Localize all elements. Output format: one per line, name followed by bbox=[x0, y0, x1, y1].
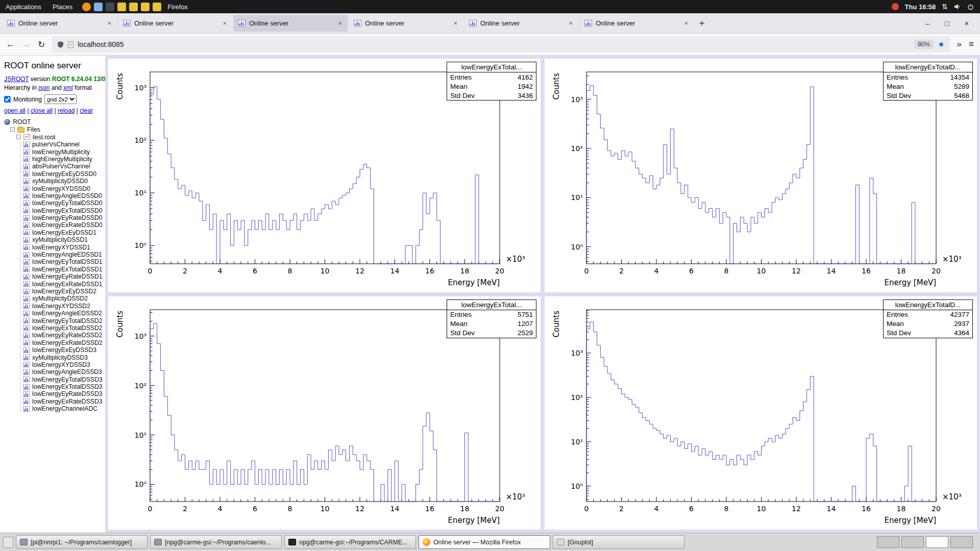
tree-item[interactable]: absPulserVsChannel bbox=[23, 163, 103, 170]
link-reload[interactable]: reload bbox=[58, 107, 75, 114]
tree-node-root[interactable]: ROOT bbox=[4, 118, 103, 126]
tree-item[interactable]: xyMultiplicityDSSD0 bbox=[23, 178, 103, 185]
network-arrows-icon[interactable]: ⇅ bbox=[942, 3, 948, 11]
tab-close-icon[interactable]: × bbox=[222, 19, 228, 27]
tree-item[interactable]: lowEnergyXYDSSD1 bbox=[23, 243, 103, 251]
tree-item[interactable]: lowEnergyChannelADC bbox=[23, 405, 103, 412]
volume-icon[interactable] bbox=[954, 4, 961, 10]
tree-item[interactable]: lowEnergyEyTotalDSSD3 bbox=[23, 376, 103, 383]
link-clear[interactable]: clear bbox=[80, 107, 93, 114]
tree-item[interactable]: lowEnergyXYDSSD0 bbox=[23, 185, 103, 192]
tab[interactable]: Online server× bbox=[233, 15, 348, 32]
tree-item[interactable]: lowEnergyAngleEDSSD0 bbox=[23, 192, 103, 199]
forward-button[interactable]: → bbox=[22, 39, 31, 49]
stats-box[interactable]: lowEnergyExTotal... Entries4162 Mean1942… bbox=[447, 62, 536, 101]
clock[interactable]: Thu 16:58 bbox=[905, 3, 936, 11]
tab-close-icon[interactable]: × bbox=[452, 19, 458, 27]
tree-item[interactable]: lowEnergyExEyDSSD3 bbox=[23, 346, 103, 354]
tree-item[interactable]: lowEnergyXYDSSD3 bbox=[23, 361, 103, 368]
modelica-app-icon-1[interactable] bbox=[117, 3, 126, 11]
tree-item[interactable]: xyMultiplicityDSSD1 bbox=[23, 236, 103, 243]
tree-item[interactable]: lowEnergyEyRateDSSD0 bbox=[23, 214, 103, 221]
collapse-icon[interactable]: - bbox=[16, 135, 21, 139]
url-text[interactable]: localhost:8085 bbox=[78, 40, 910, 48]
stats-box[interactable]: lowEnergyExTotalD... Entries14354 Mean52… bbox=[883, 62, 973, 101]
close-button[interactable]: × bbox=[965, 19, 969, 28]
taskbar-button[interactable]: npg@carme-gsi:~/Programs/CARME... bbox=[284, 535, 416, 549]
tab-close-icon[interactable]: × bbox=[106, 19, 112, 27]
tree-item[interactable]: lowEnergyAngleEDSSD3 bbox=[23, 368, 103, 375]
modelica-app-icon-2[interactable] bbox=[129, 3, 138, 11]
modelica-app-icon-4[interactable] bbox=[153, 3, 161, 11]
xml-link[interactable]: xml bbox=[63, 84, 73, 91]
tab[interactable]: Online server× bbox=[118, 15, 232, 32]
workspace-cell[interactable] bbox=[950, 536, 973, 548]
tab[interactable]: Online server× bbox=[3, 15, 117, 32]
tree-item[interactable]: lowEnergyExRateDSSD3 bbox=[23, 398, 103, 405]
stats-box[interactable]: lowEnergyExTotal... Entries5751 Mean1207… bbox=[447, 299, 536, 338]
new-tab-button[interactable]: + bbox=[694, 16, 709, 31]
workspace-cell[interactable] bbox=[926, 536, 948, 548]
power-icon[interactable] bbox=[967, 4, 974, 10]
tree-item[interactable]: lowEnergyEyRateDSSD2 bbox=[23, 332, 103, 339]
modelica-app-icon-3[interactable] bbox=[141, 3, 150, 11]
places-menu[interactable]: Places bbox=[47, 0, 78, 13]
taskbar-button[interactable]: [npg@carme-gsi:~/Programs/caenlo... bbox=[150, 535, 282, 549]
tree-item[interactable]: lowEnergyEyRateDSSD3 bbox=[23, 390, 103, 397]
tree-item[interactable]: lowEnergyEyTotalDSSD2 bbox=[23, 317, 103, 324]
reload-button[interactable]: ↻ bbox=[38, 39, 45, 50]
tab[interactable]: Online server× bbox=[464, 15, 578, 32]
tree-node-file[interactable]: - test.root bbox=[16, 133, 103, 141]
link-open-all[interactable]: open all bbox=[4, 107, 26, 114]
tree-item[interactable]: lowEnergyAngleEDSSD1 bbox=[23, 251, 103, 258]
tree-item[interactable]: lowEnergyExTotalDSSD0 bbox=[23, 207, 103, 214]
histogram-pad[interactable]: 0246810121416182010⁰10¹10²10³CountsEnerg… bbox=[108, 59, 541, 292]
overflow-chevron-icon[interactable]: » bbox=[957, 39, 962, 49]
tree-item[interactable]: lowEnergyExTotalDSSD3 bbox=[23, 383, 103, 390]
histogram-pad[interactable]: 0246810121416182010⁰10¹10²10³CountsEnerg… bbox=[545, 59, 977, 292]
taskbar-button[interactable]: [pi@nnrpi1: ~/Programs/caenlogger] bbox=[16, 535, 148, 549]
tree-item[interactable]: lowEnergyExEyDSSD1 bbox=[23, 229, 103, 236]
tree-item[interactable]: pulserVsChannel bbox=[23, 141, 103, 148]
zoom-level-badge[interactable]: 80% bbox=[914, 40, 934, 49]
minimize-button[interactable]: – bbox=[926, 19, 930, 28]
files-launcher-icon[interactable] bbox=[94, 3, 103, 11]
grid-layout-select[interactable]: grid 2x2 bbox=[44, 94, 77, 104]
tree-item[interactable]: lowEnergyMultiplicity bbox=[23, 148, 103, 155]
maximize-button[interactable]: □ bbox=[945, 19, 949, 28]
histogram-pad[interactable]: 0246810121416182010⁰10¹10²10³CountsEnerg… bbox=[108, 296, 541, 530]
tree-item[interactable]: lowEnergyExEyDSSD2 bbox=[23, 288, 103, 295]
tree-item[interactable]: lowEnergyExRateDSSD2 bbox=[23, 339, 103, 346]
tree-item[interactable]: lowEnergyExRateDSSD1 bbox=[23, 280, 103, 287]
tree-item[interactable]: lowEnergyXYDSSD2 bbox=[23, 303, 103, 310]
tab-close-icon[interactable]: × bbox=[683, 19, 689, 27]
tree-item[interactable]: xyMultiplicityDSSD3 bbox=[23, 354, 103, 361]
tree-item[interactable]: lowEnergyExEyDSSD0 bbox=[23, 170, 103, 178]
tree-item[interactable]: lowEnergyExRateDSSD0 bbox=[23, 221, 103, 229]
tree-item[interactable]: lowEnergyEyRateDSSD1 bbox=[23, 273, 103, 280]
collapse-icon[interactable]: - bbox=[10, 127, 15, 132]
link-close-all[interactable]: close all bbox=[31, 107, 53, 114]
show-desktop-button[interactable] bbox=[3, 537, 13, 548]
bookmark-star-icon[interactable]: ★ bbox=[938, 40, 944, 49]
tab-close-icon[interactable]: × bbox=[568, 19, 574, 27]
applications-menu[interactable]: Applications bbox=[0, 0, 47, 13]
tab-close-icon[interactable]: × bbox=[337, 19, 343, 27]
shield-icon[interactable] bbox=[57, 41, 64, 48]
tab[interactable]: Online server× bbox=[349, 15, 463, 32]
tab[interactable]: Online server× bbox=[579, 15, 694, 32]
hamburger-menu-icon[interactable]: ≡ bbox=[969, 39, 974, 49]
monitoring-checkbox[interactable] bbox=[4, 96, 11, 103]
tree-item[interactable]: lowEnergyAngleEDSSD2 bbox=[23, 310, 103, 317]
url-bar[interactable]: localhost:8085 80% ★ bbox=[52, 36, 949, 53]
stats-box[interactable]: lowEnergyExTotalD... Entries42377 Mean29… bbox=[883, 299, 973, 338]
terminal-launcher-icon[interactable] bbox=[106, 3, 114, 11]
firefox-launcher-icon[interactable] bbox=[82, 3, 91, 11]
page-info-icon[interactable] bbox=[68, 41, 74, 48]
tree-item[interactable]: xyMultiplicityDSSD2 bbox=[23, 295, 103, 302]
json-link[interactable]: json bbox=[38, 84, 50, 91]
taskbar-button[interactable]: [Gnuplot] bbox=[553, 535, 684, 549]
histogram-pad[interactable]: 0246810121416182010⁰10¹10²10³CountsEnerg… bbox=[545, 296, 977, 530]
tree-item[interactable]: lowEnergyEyTotalDSSD1 bbox=[23, 258, 103, 265]
tree-item[interactable]: lowEnergyExTotalDSSD2 bbox=[23, 324, 103, 332]
